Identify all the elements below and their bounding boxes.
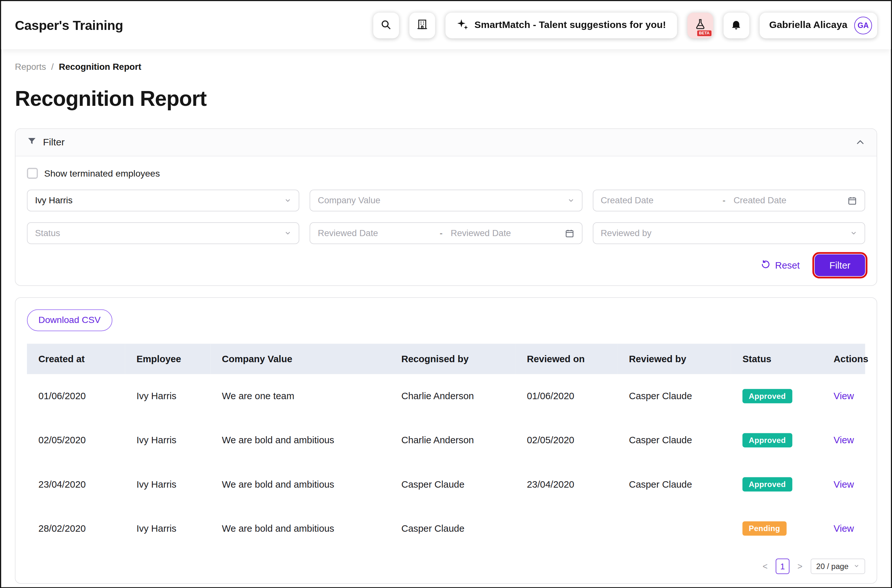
cell-status: Approved xyxy=(731,462,822,506)
calendar-icon xyxy=(847,196,857,205)
table-row: 02/05/2020 Ivy Harris We are bold and am… xyxy=(27,418,865,462)
company-value-select[interactable]: Company Value xyxy=(310,190,582,212)
created-date-start: Created Date xyxy=(601,195,715,206)
checkbox-box[interactable] xyxy=(27,168,38,179)
cell-reviewed-on: 02/05/2020 xyxy=(515,418,617,462)
cell-recognised-by: Casper Claude xyxy=(390,462,515,506)
status-badge: Approved xyxy=(742,389,792,404)
search-button[interactable] xyxy=(373,12,399,38)
avatar: GA xyxy=(854,16,872,34)
cell-reviewed-by xyxy=(617,506,731,550)
cell-actions: View xyxy=(822,374,865,418)
status-badge: Approved xyxy=(742,433,792,447)
chevron-down-icon xyxy=(284,230,291,236)
cell-recognised-by: Charlie Anderson xyxy=(390,374,515,418)
view-link[interactable]: View xyxy=(834,391,854,401)
company-button[interactable] xyxy=(409,12,435,38)
status-badge: Pending xyxy=(742,521,787,536)
flask-icon xyxy=(694,18,706,32)
range-separator: - xyxy=(432,228,451,238)
table-header-row: Created atEmployeeCompany ValueRecognise… xyxy=(27,344,865,374)
cell-reviewed-by: Casper Claude xyxy=(617,374,731,418)
labs-button[interactable]: BETA xyxy=(687,12,713,38)
cell-company-value: We are one team xyxy=(211,374,390,418)
created-date-range[interactable]: Created Date - Created Date xyxy=(593,190,865,212)
page-size-value: 20 / page xyxy=(816,562,848,571)
reset-icon xyxy=(761,259,770,271)
filter-title: Filter xyxy=(43,137,65,148)
column-header-created-at: Created at xyxy=(27,344,125,374)
view-link[interactable]: View xyxy=(834,435,854,445)
reviewed-by-select[interactable]: Reviewed by xyxy=(593,222,865,244)
employee-select-value: Ivy Harris xyxy=(35,195,284,206)
view-link[interactable]: View xyxy=(834,523,854,533)
column-header-company-value: Company Value xyxy=(211,344,390,374)
breadcrumb-separator: / xyxy=(51,62,54,72)
cell-created-at: 28/02/2020 xyxy=(27,506,125,550)
breadcrumb-current: Recognition Report xyxy=(59,62,141,72)
table-row: 01/06/2020 Ivy Harris We are one team Ch… xyxy=(27,374,865,418)
cell-created-at: 23/04/2020 xyxy=(27,462,125,506)
chevron-down-icon xyxy=(284,197,291,204)
cell-actions: View xyxy=(822,462,865,506)
user-menu-button[interactable]: Gabriella Alicaya GA xyxy=(760,12,877,38)
filter-panel-header: Filter xyxy=(15,129,877,156)
view-link[interactable]: View xyxy=(834,479,854,489)
column-header-reviewed-by: Reviewed by xyxy=(617,344,731,374)
top-bar: Casper's Training SmartMatch - Talent su… xyxy=(1,1,891,50)
cell-reviewed-on: 23/04/2020 xyxy=(515,462,617,506)
breadcrumb: Reports / Recognition Report xyxy=(1,49,891,72)
column-header-recognised-by: Recognised by xyxy=(390,344,515,374)
reviewed-date-range[interactable]: Reviewed Date - Reviewed Date xyxy=(310,222,582,244)
cell-company-value: We are bold and ambitious xyxy=(211,462,390,506)
cell-employee: Ivy Harris xyxy=(125,418,210,462)
cell-employee: Ivy Harris xyxy=(125,462,210,506)
pagination: < 1 > 20 / page xyxy=(15,558,877,574)
download-csv-button[interactable]: Download CSV xyxy=(27,309,112,332)
page-size-select[interactable]: 20 / page xyxy=(811,558,865,574)
cell-created-at: 02/05/2020 xyxy=(27,418,125,462)
show-terminated-checkbox[interactable]: Show terminated employees xyxy=(27,168,865,179)
beta-badge: BETA xyxy=(697,30,711,36)
cell-employee: Ivy Harris xyxy=(125,506,210,550)
calendar-icon xyxy=(565,228,574,238)
cell-actions: View xyxy=(822,418,865,462)
checkbox-label: Show terminated employees xyxy=(44,168,160,178)
cell-recognised-by: Casper Claude xyxy=(390,506,515,550)
smartmatch-button[interactable]: SmartMatch - Talent suggestions for you! xyxy=(445,12,677,38)
status-placeholder: Status xyxy=(35,228,284,238)
reviewed-date-start: Reviewed Date xyxy=(318,228,432,238)
cell-recognised-by: Charlie Anderson xyxy=(390,418,515,462)
cell-status: Approved xyxy=(731,418,822,462)
reset-button[interactable]: Reset xyxy=(761,259,800,271)
employee-select[interactable]: Ivy Harris xyxy=(27,190,300,212)
search-icon xyxy=(380,19,392,32)
notifications-button[interactable] xyxy=(724,12,749,38)
app-title: Casper's Training xyxy=(15,17,123,33)
cell-status: Pending xyxy=(731,506,822,550)
next-page-button[interactable]: > xyxy=(796,561,804,571)
cell-company-value: We are bold and ambitious xyxy=(211,418,390,462)
status-select[interactable]: Status xyxy=(27,222,300,244)
recognition-table: Created atEmployeeCompany ValueRecognise… xyxy=(27,344,865,550)
column-header-status: Status xyxy=(731,344,822,374)
cell-reviewed-by: Casper Claude xyxy=(617,418,731,462)
building-icon xyxy=(416,18,428,32)
column-header-employee: Employee xyxy=(125,344,210,374)
topbar-actions: SmartMatch - Talent suggestions for you!… xyxy=(373,12,877,38)
prev-page-button[interactable]: < xyxy=(761,561,769,571)
reviewed-by-placeholder: Reviewed by xyxy=(601,228,850,238)
breadcrumb-reports[interactable]: Reports xyxy=(15,62,46,72)
current-page-button[interactable]: 1 xyxy=(776,558,790,574)
reset-label: Reset xyxy=(775,260,800,271)
cell-employee: Ivy Harris xyxy=(125,374,210,418)
cell-reviewed-by: Casper Claude xyxy=(617,462,731,506)
filter-fields: Ivy Harris Company Value Created Date - … xyxy=(27,190,865,244)
collapse-filter-button[interactable] xyxy=(855,137,865,147)
filter-icon xyxy=(27,136,37,148)
company-value-placeholder: Company Value xyxy=(318,195,567,206)
sparkle-icon xyxy=(456,18,468,32)
cell-created-at: 01/06/2020 xyxy=(27,374,125,418)
filter-submit-button[interactable]: Filter xyxy=(815,254,865,276)
created-date-end: Created Date xyxy=(734,195,848,206)
